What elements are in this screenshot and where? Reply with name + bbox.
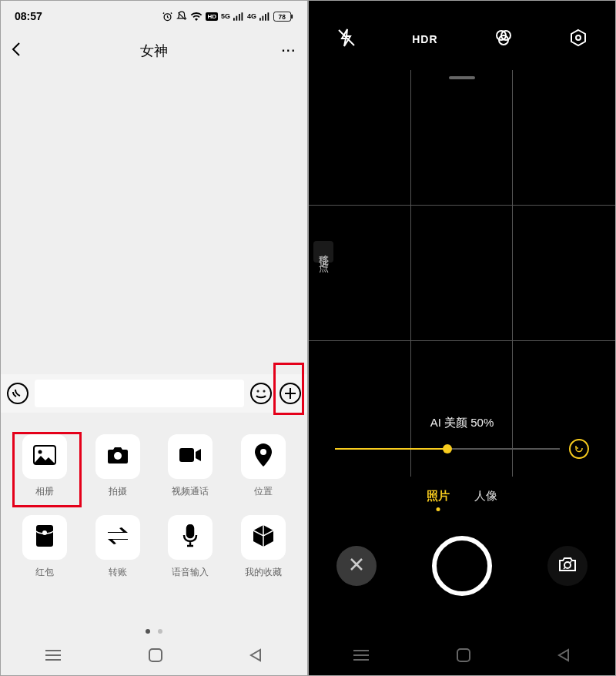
panel-item-label: 转账 bbox=[109, 566, 127, 579]
slider-handle-icon[interactable] bbox=[443, 444, 452, 453]
camera-top-bar: HDR bbox=[309, 1, 615, 70]
hdr-icon[interactable]: HDR bbox=[412, 33, 437, 45]
svg-rect-8 bbox=[268, 12, 270, 21]
svg-point-15 bbox=[264, 391, 265, 392]
mic-icon bbox=[182, 524, 198, 551]
svg-point-30 bbox=[564, 562, 571, 568]
beauty-slider[interactable] bbox=[335, 440, 589, 458]
panel-item-album[interactable]: 相册 bbox=[8, 434, 82, 498]
mode-portrait[interactable]: 人像 bbox=[474, 489, 497, 504]
recent-apps-icon[interactable] bbox=[45, 649, 62, 664]
panel-item-label: 相册 bbox=[35, 485, 54, 498]
page-dot-2 bbox=[158, 629, 162, 634]
settings-icon[interactable] bbox=[569, 28, 588, 50]
svg-rect-20 bbox=[179, 448, 194, 462]
svg-rect-25 bbox=[149, 649, 162, 661]
svg-point-29 bbox=[576, 35, 581, 40]
svg-point-14 bbox=[258, 391, 259, 392]
camera-viewfinder[interactable]: 移远一点 AI 美颜 50% bbox=[309, 70, 615, 477]
location-icon bbox=[255, 443, 272, 470]
panel-item-label: 位置 bbox=[254, 485, 273, 498]
emoji-icon[interactable] bbox=[249, 381, 273, 406]
shutter-button[interactable] bbox=[432, 536, 492, 596]
camera-screen: HDR 移远一点 AI 美颜 50% 照片 人像 bbox=[308, 0, 616, 676]
svg-rect-24 bbox=[187, 525, 193, 537]
panel-item-voiceinput[interactable]: 语音输入 bbox=[154, 515, 227, 579]
signal-2-icon bbox=[259, 12, 270, 21]
video-icon bbox=[179, 447, 202, 466]
svg-rect-22 bbox=[36, 525, 53, 547]
svg-text:78: 78 bbox=[279, 12, 286, 20]
home-icon[interactable] bbox=[457, 648, 470, 665]
svg-rect-4 bbox=[241, 12, 243, 21]
transfer-icon bbox=[106, 527, 129, 547]
svg-rect-10 bbox=[291, 14, 293, 18]
nav-back-icon[interactable] bbox=[557, 648, 571, 665]
svg-rect-2 bbox=[236, 15, 237, 20]
camera-icon bbox=[106, 446, 129, 467]
panel-item-label: 红包 bbox=[35, 566, 54, 579]
signal-1-icon bbox=[233, 12, 244, 21]
chat-messages-area[interactable] bbox=[1, 70, 307, 374]
panel-item-label: 我的收藏 bbox=[245, 566, 282, 579]
svg-point-23 bbox=[42, 530, 47, 535]
system-nav-bar bbox=[1, 638, 307, 675]
panel-item-label: 拍摄 bbox=[109, 485, 127, 498]
panel-item-redpacket[interactable]: 红包 bbox=[8, 515, 82, 579]
redpacket-icon bbox=[35, 524, 54, 551]
net-4g-label: 4G bbox=[247, 12, 256, 20]
drag-handle-icon[interactable] bbox=[449, 76, 475, 79]
net-5g-label: 5G bbox=[221, 12, 230, 20]
svg-point-13 bbox=[251, 383, 271, 403]
home-icon[interactable] bbox=[149, 648, 162, 665]
filter-icon[interactable] bbox=[494, 28, 514, 51]
plus-icon[interactable] bbox=[278, 381, 303, 406]
slider-fill bbox=[335, 448, 447, 450]
svg-rect-6 bbox=[263, 15, 264, 20]
svg-rect-5 bbox=[259, 18, 261, 21]
album-icon bbox=[33, 445, 56, 468]
close-button[interactable] bbox=[336, 546, 377, 586]
panel-item-label: 视频通话 bbox=[172, 485, 209, 498]
camera-modes: 照片 人像 bbox=[309, 477, 615, 515]
panel-item-transfer[interactable]: 转账 bbox=[82, 515, 155, 579]
svg-rect-31 bbox=[457, 649, 470, 661]
chat-input-bar bbox=[1, 374, 307, 413]
status-bar: 08:57 HD 5G 4G 78 bbox=[1, 1, 307, 32]
svg-point-19 bbox=[114, 452, 122, 460]
attachment-panel: 相册 拍摄 视频通话 位置 红包 bbox=[1, 413, 307, 659]
voice-toggle-icon[interactable] bbox=[5, 381, 30, 406]
flash-icon[interactable] bbox=[336, 28, 357, 51]
svg-point-21 bbox=[260, 449, 266, 455]
hd-icon: HD bbox=[206, 12, 218, 21]
slider-track bbox=[335, 448, 560, 450]
page-indicator bbox=[1, 629, 307, 634]
svg-rect-3 bbox=[239, 14, 240, 21]
system-nav-bar-dark bbox=[309, 638, 615, 675]
page-dot-1 bbox=[146, 629, 150, 634]
chat-screen: 08:57 HD 5G 4G 78 女神 ··· bbox=[0, 0, 308, 676]
grid-line bbox=[309, 205, 615, 206]
close-icon bbox=[349, 557, 364, 575]
message-input[interactable] bbox=[35, 380, 244, 407]
panel-item-location[interactable]: 位置 bbox=[227, 434, 300, 498]
svg-point-18 bbox=[38, 450, 42, 454]
svg-rect-7 bbox=[265, 14, 266, 21]
panel-item-videocall[interactable]: 视频通话 bbox=[154, 434, 227, 498]
alarm-icon bbox=[162, 11, 173, 22]
mode-photo[interactable]: 照片 bbox=[427, 489, 450, 504]
beauty-reset-icon[interactable] bbox=[569, 439, 589, 459]
wifi-icon bbox=[190, 12, 203, 21]
switch-camera-button[interactable] bbox=[547, 546, 588, 586]
switch-camera-icon bbox=[557, 556, 578, 576]
distance-tip: 移远一点 bbox=[313, 241, 333, 263]
panel-item-favorite[interactable]: 我的收藏 bbox=[227, 515, 300, 579]
chat-header: 女神 ··· bbox=[1, 32, 307, 70]
nav-back-icon[interactable] bbox=[249, 648, 263, 665]
beauty-label: AI 美颜 50% bbox=[309, 416, 615, 430]
grid-line bbox=[309, 340, 615, 341]
recent-apps-icon[interactable] bbox=[353, 649, 370, 664]
panel-item-capture[interactable]: 拍摄 bbox=[82, 434, 155, 498]
chat-title: 女神 bbox=[1, 42, 307, 60]
svg-point-12 bbox=[8, 383, 28, 403]
